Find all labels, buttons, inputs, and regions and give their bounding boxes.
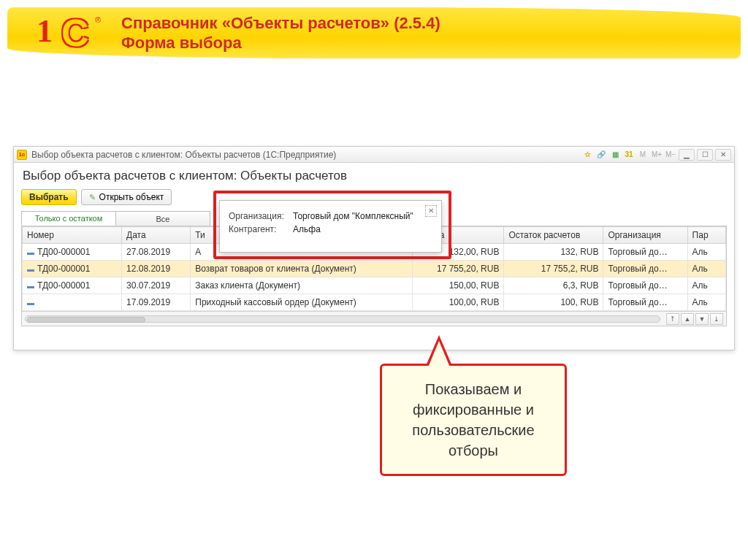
maximize-button[interactable]: ☐ bbox=[697, 149, 713, 161]
table-row[interactable]: ▬ТД00-00000112.08.2019Возврат товаров от… bbox=[23, 261, 726, 277]
annotation-callout: Показываем и фиксированные и пользовател… bbox=[380, 364, 567, 476]
titlebar: 1c Выбор объекта расчетов с клиентом: Об… bbox=[14, 147, 734, 163]
calendar-icon[interactable]: 31 bbox=[623, 149, 635, 161]
form-title: Выбор объекта расчетов с клиентом: Объек… bbox=[14, 163, 734, 189]
callout-text: Показываем и фиксированные и пользовател… bbox=[412, 381, 534, 459]
col-date[interactable]: Дата bbox=[122, 227, 191, 244]
m-icon[interactable]: M bbox=[637, 149, 649, 161]
calculator-icon[interactable]: ▦ bbox=[609, 149, 621, 161]
link-icon[interactable]: 🔗 bbox=[595, 149, 607, 161]
slide-header: 1С® Справочник «Объекты расчетов» (2.5.4… bbox=[7, 7, 741, 58]
slide-title-line2: Форма выбора bbox=[121, 33, 440, 53]
popover-close[interactable]: ✕ bbox=[425, 205, 437, 217]
favorite-icon[interactable]: ☆ bbox=[581, 149, 593, 161]
row-icon: ▬ bbox=[27, 299, 34, 307]
mminus-icon[interactable]: M− bbox=[665, 149, 676, 161]
logo-1c: 1С® bbox=[37, 15, 99, 50]
horizontal-scrollbar[interactable] bbox=[25, 315, 660, 323]
table-row[interactable]: ▬17.09.2019Приходный кассовый ордер (Док… bbox=[23, 294, 726, 311]
filters-popover: ✕ Организация: Торговый дом "Комплексный… bbox=[219, 200, 442, 253]
open-object-button[interactable]: ✎ Открыть объект bbox=[81, 189, 172, 205]
mplus-icon[interactable]: M+ bbox=[651, 149, 663, 161]
row-icon: ▬ bbox=[27, 248, 34, 256]
table-row[interactable]: ▬ТД00-00000130.07.2019Заказ клиента (Док… bbox=[23, 277, 726, 294]
popover-org-value: Торговый дом "Комплексный" bbox=[293, 211, 413, 221]
choose-button[interactable]: Выбрать bbox=[21, 189, 77, 205]
pencil-icon: ✎ bbox=[89, 193, 96, 202]
col-balance[interactable]: Остаток расчетов bbox=[504, 227, 603, 244]
minimize-button[interactable]: ▁ bbox=[679, 149, 695, 161]
grid-footer: ⤒ ▲ ▼ ⤓ bbox=[22, 311, 726, 326]
slide-title-line1: Справочник «Объекты расчетов» (2.5.4) bbox=[121, 13, 440, 34]
open-object-label: Открыть объект bbox=[99, 192, 164, 202]
row-icon: ▬ bbox=[27, 282, 34, 290]
col-number[interactable]: Номер bbox=[23, 227, 122, 244]
col-partner[interactable]: Пар bbox=[687, 227, 725, 244]
slide-title: Справочник «Объекты расчетов» (2.5.4) Фо… bbox=[121, 13, 440, 53]
col-org[interactable]: Организация bbox=[603, 227, 687, 244]
titlebar-text: Выбор объекта расчетов с клиентом: Объек… bbox=[31, 150, 577, 160]
popover-contr-label: Контрагент: bbox=[229, 224, 287, 234]
row-icon: ▬ bbox=[27, 265, 34, 273]
nav-last[interactable]: ⤓ bbox=[710, 313, 723, 325]
nav-down[interactable]: ▼ bbox=[695, 313, 709, 325]
nav-first[interactable]: ⤒ bbox=[666, 313, 679, 325]
titlebar-tools: ☆ 🔗 ▦ 31 M M+ M− ▁ ☐ ✕ bbox=[581, 149, 731, 161]
nav-up[interactable]: ▲ bbox=[681, 313, 694, 325]
app-icon: 1c bbox=[17, 150, 27, 160]
close-button[interactable]: ✕ bbox=[715, 149, 731, 161]
popover-org-label: Организация: bbox=[229, 211, 287, 221]
tab-all[interactable]: Все bbox=[115, 211, 210, 226]
tab-with-balance[interactable]: Только с остатком bbox=[21, 211, 116, 226]
popover-contr-value: Альфа bbox=[293, 224, 321, 234]
